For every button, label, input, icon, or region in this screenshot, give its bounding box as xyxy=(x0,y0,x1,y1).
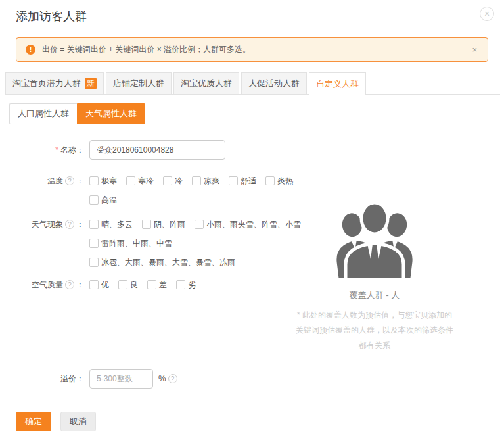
checkbox-label: 高温 xyxy=(101,195,117,206)
checkbox-label: 良 xyxy=(130,279,138,291)
tab-promotion-event[interactable]: 大促活动人群 xyxy=(241,72,307,95)
checkbox[interactable] xyxy=(89,220,99,229)
checkbox-label: 雷阵雨、中雨、中雪 xyxy=(101,238,172,249)
tab-taobao-premium[interactable]: 淘宝优质人群 xyxy=(173,72,239,95)
checkbox-option[interactable]: 高温 xyxy=(89,195,117,206)
tab-taobao-homepage-potential[interactable]: 淘宝首页潜力人群 新 xyxy=(5,72,104,95)
checkbox[interactable] xyxy=(192,176,201,185)
checkbox-option[interactable]: 冷 xyxy=(163,176,183,187)
checkbox-row: 优良差劣 xyxy=(89,278,205,291)
bid-formula-notice: ! 出价 = 关键词出价 + 关键词出价 × 溢价比例；人群可多选。 × xyxy=(16,37,488,62)
tab-label: 自定义人群 xyxy=(316,74,359,95)
checkbox-label: 冰雹、大雨、暴雨、大雪、暴雪、冻雨 xyxy=(101,257,235,268)
percent-unit: % xyxy=(158,369,166,389)
coverage-panel: 覆盖人群 - 人 * 此处的覆盖人数为预估值，与您宝贝添加的关键词预估覆盖的人群… xyxy=(273,195,476,353)
note-line: * 此处的覆盖人数为预估值，与您宝贝添加的 xyxy=(273,308,476,323)
new-badge: 新 xyxy=(85,78,97,89)
close-icon: × xyxy=(484,9,490,18)
audience-name-input[interactable] xyxy=(89,140,225,160)
checkbox-label: 寒冷 xyxy=(138,176,154,187)
subtab-label: 人口属性人群 xyxy=(18,109,69,118)
tab-shop-custom[interactable]: 店铺定制人群 xyxy=(106,72,172,95)
checkbox-option[interactable]: 极寒 xyxy=(89,176,117,187)
checkbox-label: 炎热 xyxy=(277,176,293,187)
checkbox-option[interactable]: 凉爽 xyxy=(192,176,219,187)
air-quality-row: 空气质量 ? ： 优良差劣 xyxy=(0,278,205,291)
help-icon[interactable]: ? xyxy=(65,280,74,289)
temperature-label: 温度 ? ： xyxy=(0,174,84,187)
checkbox[interactable] xyxy=(163,176,172,185)
checkbox[interactable] xyxy=(89,195,99,205)
checkbox[interactable] xyxy=(142,220,151,229)
checkbox-option[interactable]: 阴、阵雨 xyxy=(142,219,185,230)
temperature-options: 极寒寒冷冷凉爽舒适炎热高温 xyxy=(89,174,302,206)
checkbox-label: 晴、多云 xyxy=(101,219,133,230)
coverage-note: * 此处的覆盖人数为预估值，与您宝贝添加的关键词预估覆盖的人群，以及本次的筛选条… xyxy=(273,308,476,353)
weather-row: 天气现象 ? ： 晴、多云阴、阵雨小雨、雨夹雪、阵雪、小雪雷阵雨、中雨、中雪冰雹… xyxy=(0,218,310,269)
checkbox-option[interactable]: 差 xyxy=(147,279,167,291)
premium-row: 溢价 ： % ? xyxy=(0,369,179,389)
tab-label: 淘宝优质人群 xyxy=(181,73,232,94)
tab-label: 大促活动人群 xyxy=(248,73,300,94)
page-title: 添加访客人群 xyxy=(16,9,87,24)
help-icon[interactable]: ? xyxy=(65,176,74,185)
required-mark: * xyxy=(55,144,58,156)
note-line: 都有关系 xyxy=(273,338,476,353)
checkbox[interactable] xyxy=(89,280,99,289)
tab-label: 淘宝首页潜力人群 xyxy=(12,73,81,94)
checkbox-option[interactable]: 冰雹、大雨、暴雨、大雪、暴雪、冻雨 xyxy=(89,257,235,268)
checkbox[interactable] xyxy=(89,239,99,248)
checkbox-label: 冷 xyxy=(175,176,183,187)
air-quality-label: 空气质量 ? ： xyxy=(0,278,84,291)
checkbox[interactable] xyxy=(147,280,156,289)
weather-label: 天气现象 ? ： xyxy=(0,218,84,231)
checkbox[interactable] xyxy=(229,176,238,185)
checkbox-label: 阴、阵雨 xyxy=(154,219,185,230)
temperature-row: 温度 ? ： 极寒寒冷冷凉爽舒适炎热高温 xyxy=(0,174,302,206)
subtab-weather[interactable]: 天气属性人群 xyxy=(77,103,145,124)
checkbox-option[interactable]: 晴、多云 xyxy=(89,219,133,230)
alert-circle-icon: ! xyxy=(26,45,35,55)
checkbox-label: 劣 xyxy=(188,279,196,291)
premium-label: 溢价 ： xyxy=(0,369,84,389)
checkbox-label: 舒适 xyxy=(241,176,256,187)
add-visitor-audience-dialog: 添加访客人群 × ! 出价 = 关键词出价 + 关键词出价 × 溢价比例；人群可… xyxy=(0,0,504,436)
subtab-demographic[interactable]: 人口属性人群 xyxy=(9,103,77,124)
air-quality-options: 优良差劣 xyxy=(89,278,205,291)
checkbox-option[interactable]: 舒适 xyxy=(229,176,256,187)
checkbox-option[interactable]: 炎热 xyxy=(265,176,293,187)
confirm-button[interactable]: 确定 xyxy=(16,412,51,431)
checkbox-row: 高温 xyxy=(89,193,302,206)
name-label: * 名称 ： xyxy=(0,140,84,160)
notice-close-icon[interactable]: × xyxy=(470,45,478,55)
checkbox-option[interactable]: 劣 xyxy=(176,279,196,291)
checkbox[interactable] xyxy=(89,258,99,267)
dialog-close-button[interactable]: × xyxy=(480,7,494,21)
checkbox-option[interactable]: 优 xyxy=(89,279,109,291)
notice-text: 出价 = 关键词出价 + 关键词出价 × 溢价比例；人群可多选。 xyxy=(42,44,470,55)
checkbox-row: 极寒寒冷冷凉爽舒适炎热 xyxy=(89,174,302,187)
tab-label: 店铺定制人群 xyxy=(113,73,164,94)
checkbox[interactable] xyxy=(176,280,185,289)
checkbox-option[interactable]: 良 xyxy=(118,279,138,291)
checkbox-label: 差 xyxy=(159,279,167,291)
cancel-button[interactable]: 取消 xyxy=(60,412,96,431)
help-icon[interactable]: ? xyxy=(65,220,74,229)
tab-custom-audience[interactable]: 自定义人群 xyxy=(309,72,366,95)
checkbox-option[interactable]: 寒冷 xyxy=(126,176,154,187)
help-icon[interactable]: ? xyxy=(168,374,177,383)
checkbox[interactable] xyxy=(195,220,204,229)
note-line: 关键词预估覆盖的人群，以及本次的筛选条件 xyxy=(273,323,476,338)
name-row: * 名称 ： xyxy=(0,140,225,160)
dialog-footer: 确定 取消 xyxy=(16,412,96,431)
custom-audience-subtabs: 人口属性人群 天气属性人群 xyxy=(9,103,145,124)
checkbox[interactable] xyxy=(126,176,135,185)
checkbox[interactable] xyxy=(265,176,275,185)
checkbox-label: 极寒 xyxy=(101,176,117,187)
premium-input[interactable] xyxy=(89,369,153,389)
checkbox-label: 凉爽 xyxy=(204,176,219,187)
checkbox-option[interactable]: 雷阵雨、中雨、中雪 xyxy=(89,238,172,249)
audience-tabs: 淘宝首页潜力人群 新 店铺定制人群 淘宝优质人群 大促活动人群 自定义人群 xyxy=(5,72,500,95)
checkbox[interactable] xyxy=(118,280,127,289)
checkbox[interactable] xyxy=(89,176,99,185)
